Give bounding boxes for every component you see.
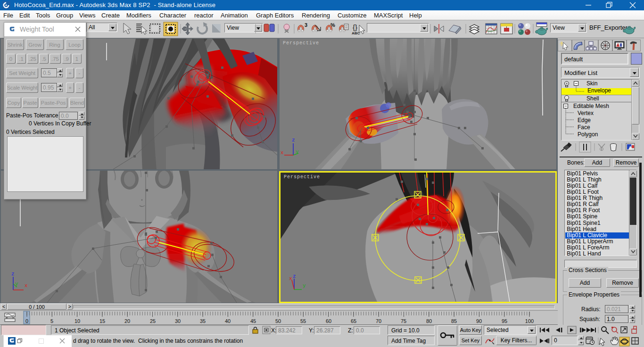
svg-text:{}: {} (353, 23, 357, 31)
svg-text:35: 35 (200, 318, 206, 324)
svg-text:0: 0 (25, 318, 28, 324)
svg-text:y: y (15, 281, 18, 287)
svg-text:x: x (281, 150, 284, 156)
svg-text:45: 45 (250, 318, 256, 324)
svg-text:85: 85 (451, 318, 457, 324)
svg-text:%: % (330, 22, 335, 28)
svg-text:100: 100 (525, 318, 534, 324)
svg-text:20: 20 (124, 318, 130, 324)
svg-text:30: 30 (175, 318, 181, 324)
svg-text:90: 90 (476, 318, 482, 324)
svg-text:z: z (292, 137, 295, 143)
svg-text:80: 80 (426, 318, 432, 324)
svg-text:70: 70 (376, 318, 381, 324)
svg-text:60: 60 (326, 318, 331, 324)
svg-text:65: 65 (351, 318, 356, 324)
svg-text:y: y (296, 149, 299, 155)
svg-text:95: 95 (502, 318, 507, 324)
svg-text:5: 5 (50, 318, 53, 324)
svg-text:55: 55 (300, 318, 306, 324)
svg-text:40: 40 (225, 318, 231, 324)
svg-text:x: x (25, 283, 28, 289)
svg-text:z: z (293, 273, 296, 279)
svg-text:x: x (289, 276, 292, 281)
svg-text:75: 75 (401, 318, 406, 324)
svg-text:50: 50 (275, 318, 281, 324)
svg-text:10: 10 (74, 318, 80, 324)
svg-text:y: y (303, 283, 306, 289)
svg-text:25: 25 (150, 318, 156, 324)
svg-text:ABC: ABC (352, 31, 360, 35)
svg-text:3: 3 (305, 22, 307, 28)
svg-text:z: z (11, 271, 15, 277)
svg-text:15: 15 (99, 318, 105, 324)
